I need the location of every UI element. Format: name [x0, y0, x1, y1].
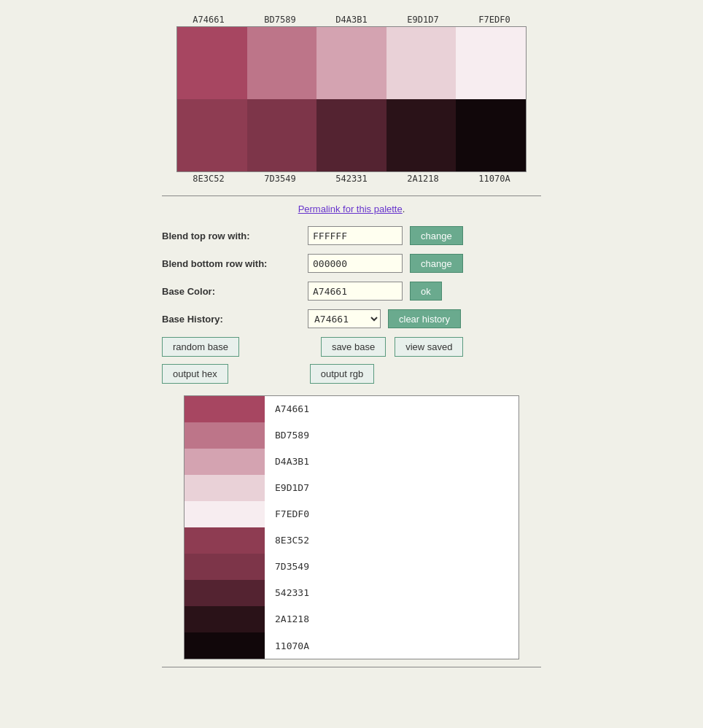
- output-swatch-7: [185, 580, 265, 606]
- output-hex-button[interactable]: output hex: [162, 364, 228, 384]
- action-row-2: output hex output rgb: [162, 364, 541, 384]
- color-row-bottom: [177, 99, 526, 171]
- top-label-0: A74661: [179, 15, 238, 25]
- save-base-button[interactable]: save base: [321, 337, 386, 357]
- blend-bottom-label: Blend bottom row with:: [162, 258, 308, 269]
- output-row-6: 7D3549: [185, 554, 518, 580]
- blend-top-input[interactable]: [308, 226, 403, 245]
- base-history-dropdown-wrapper: A74661: [308, 309, 381, 328]
- output-swatch-6: [185, 554, 265, 580]
- view-saved-button[interactable]: view saved: [395, 337, 463, 357]
- bot-label-2: 542331: [322, 174, 381, 184]
- output-swatch-1: [185, 422, 265, 449]
- divider-bottom: [162, 667, 541, 667]
- bot-label-1: 7D3549: [251, 174, 309, 184]
- output-swatch-3: [185, 475, 265, 501]
- blend-top-row: Blend top row with: change: [162, 226, 541, 245]
- top-label-4: F7EDF0: [465, 15, 524, 25]
- cell-top-0: [177, 27, 247, 99]
- main-container: A74661 BD7589 D4A3B1 E9D1D7 F7EDF0: [162, 15, 541, 675]
- output-row-5: 8E3C52: [185, 527, 518, 554]
- random-base-button[interactable]: random base: [162, 337, 239, 357]
- cell-bot-4: [456, 99, 526, 171]
- cell-bot-2: [316, 99, 387, 171]
- output-hex-7: 542331: [265, 580, 518, 606]
- output-row-1: BD7589: [185, 422, 518, 449]
- blend-bottom-input[interactable]: [308, 254, 403, 273]
- output-hex-2: D4A3B1: [265, 449, 518, 475]
- top-labels: A74661 BD7589 D4A3B1 E9D1D7 F7EDF0: [176, 15, 527, 25]
- base-color-label: Base Color:: [162, 286, 308, 297]
- output-swatch-4: [185, 501, 265, 527]
- color-grid-container: A74661 BD7589 D4A3B1 E9D1D7 F7EDF0: [176, 15, 527, 184]
- base-history-label: Base History:: [162, 314, 308, 325]
- bot-label-0: 8E3C52: [179, 174, 238, 184]
- color-grid: [176, 26, 527, 172]
- output-swatch-2: [185, 449, 265, 475]
- output-hex-5: 8E3C52: [265, 527, 518, 554]
- blend-top-label: Blend top row with:: [162, 231, 308, 241]
- blend-top-change-button[interactable]: change: [410, 226, 463, 245]
- output-hex-8: 2A1218: [265, 606, 518, 632]
- cell-top-2: [316, 27, 387, 99]
- base-history-row: Base History: A74661 clear history: [162, 309, 541, 328]
- top-label-1: BD7589: [251, 15, 309, 25]
- divider-top: [162, 195, 541, 196]
- cell-bot-3: [387, 99, 457, 171]
- base-color-ok-button[interactable]: ok: [410, 282, 442, 301]
- permalink-line: Permalink for this palette.: [298, 204, 405, 214]
- output-row-8: 2A1218: [185, 606, 518, 632]
- output-row-0: A74661: [185, 396, 518, 422]
- base-color-row: Base Color: ok: [162, 282, 541, 301]
- permalink-link[interactable]: Permalink for this palette: [298, 204, 403, 214]
- blend-bottom-change-button[interactable]: change: [410, 254, 463, 273]
- output-row-7: 542331: [185, 580, 518, 606]
- output-hex-0: A74661: [265, 396, 518, 422]
- bot-label-3: 2A1218: [394, 174, 452, 184]
- base-color-input[interactable]: [308, 282, 403, 301]
- bottom-labels: 8E3C52 7D3549 542331 2A1218 11070A: [176, 174, 527, 184]
- output-hex-4: F7EDF0: [265, 501, 518, 527]
- base-history-select[interactable]: A74661: [308, 309, 381, 328]
- output-row-9: 11070A: [185, 632, 518, 659]
- output-hex-9: 11070A: [265, 632, 518, 659]
- color-row-top: [177, 27, 526, 99]
- cell-top-4: [456, 27, 526, 99]
- output-list: A74661 BD7589 D4A3B1 E9D1D7 F7EDF0 8E3C5…: [184, 395, 519, 659]
- cell-bot-0: [177, 99, 247, 171]
- output-swatch-5: [185, 527, 265, 554]
- cell-top-1: [247, 27, 317, 99]
- output-rgb-button[interactable]: output rgb: [310, 364, 375, 384]
- permalink-suffix: .: [403, 204, 405, 214]
- output-hex-6: 7D3549: [265, 554, 518, 580]
- top-label-3: E9D1D7: [394, 15, 452, 25]
- output-row-3: E9D1D7: [185, 475, 518, 501]
- output-row-2: D4A3B1: [185, 449, 518, 475]
- output-swatch-8: [185, 606, 265, 632]
- bot-label-4: 11070A: [465, 174, 524, 184]
- top-label-2: D4A3B1: [322, 15, 381, 25]
- blend-bottom-row: Blend bottom row with: change: [162, 254, 541, 273]
- output-hex-1: BD7589: [265, 422, 518, 449]
- output-row-4: F7EDF0: [185, 501, 518, 527]
- clear-history-button[interactable]: clear history: [388, 309, 461, 328]
- action-row-1: random base save base view saved: [162, 337, 541, 357]
- cell-bot-1: [247, 99, 317, 171]
- output-hex-3: E9D1D7: [265, 475, 518, 501]
- output-swatch-0: [185, 396, 265, 422]
- cell-top-3: [387, 27, 457, 99]
- output-swatch-9: [185, 632, 265, 659]
